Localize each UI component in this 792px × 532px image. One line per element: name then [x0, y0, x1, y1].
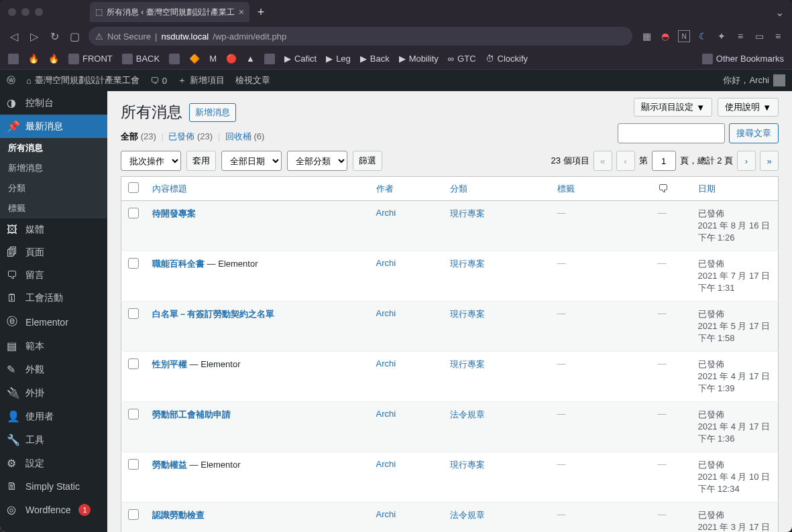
post-title-link[interactable]: 勞動權益 — Elementor	[152, 460, 240, 470]
col-author[interactable]: 作者	[370, 177, 443, 201]
bookmark-item[interactable]: ▶ Mobility	[399, 54, 439, 64]
sidebar-item-dashboard[interactable]: ◑控制台	[0, 91, 107, 115]
bookmark-item[interactable]: ▶ Cafict	[284, 54, 317, 64]
bookmark-item[interactable]	[264, 54, 275, 64]
row-checkbox[interactable]	[128, 409, 139, 419]
bookmark-item[interactable]: ▶ Leg	[326, 54, 351, 64]
filter-all[interactable]: 全部	[121, 131, 138, 141]
close-window-icon[interactable]	[8, 8, 16, 16]
new-content[interactable]: ＋ 新增項目	[178, 74, 225, 86]
back-icon[interactable]: ◁	[8, 30, 20, 43]
row-checkbox[interactable]	[128, 509, 139, 520]
sidebar-item-events[interactable]: 🗓工會活動	[0, 287, 107, 310]
restore-icon[interactable]: ▭	[753, 30, 765, 42]
sidebar-item-users[interactable]: 👤使用者	[0, 405, 107, 428]
bookmark-item[interactable]: ∞ GTC	[448, 54, 476, 64]
post-title-link[interactable]: 待開發專案	[152, 208, 196, 218]
sidebar-sub-new[interactable]: 新增消息	[0, 158, 107, 178]
shield-icon[interactable]: ◓	[659, 30, 671, 42]
sidebar-sub-tags[interactable]: 標籤	[0, 198, 107, 218]
bulk-actions-select[interactable]: 批次操作	[121, 151, 181, 171]
menu-icon[interactable]: ≡	[772, 30, 784, 42]
row-checkbox[interactable]	[128, 358, 139, 369]
filter-published[interactable]: 已發佈	[168, 131, 194, 141]
apply-button[interactable]: 套用	[186, 151, 216, 171]
zoom-window-icon[interactable]	[35, 8, 43, 16]
post-title-link[interactable]: 性別平權 — Elementor	[152, 359, 240, 369]
sidebar-item-posts[interactable]: 📌最新消息	[0, 115, 107, 138]
date-filter-select[interactable]: 全部日期	[221, 151, 282, 171]
qr-icon[interactable]: ▦	[640, 30, 653, 42]
tabs-overflow-icon[interactable]: ⌄	[775, 6, 784, 19]
sidebar-item-appearance[interactable]: ✎外觀	[0, 358, 107, 381]
add-new-button[interactable]: 新增消息	[189, 103, 236, 122]
comments-count[interactable]: 🗨 0	[150, 76, 167, 86]
category-link[interactable]: 法令規章	[450, 409, 485, 419]
sidebar-item-plugins[interactable]: 🔌外掛	[0, 381, 107, 405]
col-comments[interactable]: 🗨	[651, 177, 691, 201]
bookmark-item[interactable]	[8, 54, 19, 64]
bookmark-item[interactable]: ⏱ Clockify	[486, 54, 528, 64]
view-post[interactable]: 檢視文章	[235, 74, 270, 86]
bookmark-item[interactable]: 🔥	[48, 54, 59, 64]
row-checkbox[interactable]	[128, 258, 139, 269]
post-title-link[interactable]: 白名單－有簽訂勞動契約之名單	[152, 309, 274, 319]
author-link[interactable]: Archi	[376, 459, 396, 469]
site-name[interactable]: ⌂ 臺灣空間規劃設計產業工會	[26, 74, 139, 86]
extensions-icon[interactable]: ✦	[716, 30, 728, 42]
category-filter-select[interactable]: 全部分類	[287, 151, 347, 171]
howdy[interactable]: 你好，Archi	[723, 74, 785, 86]
bookmark-item[interactable]: 🔥	[28, 54, 39, 64]
bookmark-item[interactable]: BACK	[122, 54, 160, 64]
row-checkbox[interactable]	[128, 459, 139, 470]
col-categories[interactable]: 分類	[443, 177, 551, 201]
reload-icon[interactable]: ↻	[48, 30, 60, 43]
page-number-input[interactable]	[652, 151, 676, 171]
sidebar-item-templates[interactable]: ▤範本	[0, 334, 107, 358]
author-link[interactable]: Archi	[376, 208, 396, 218]
moon-icon[interactable]: ☾	[697, 30, 709, 42]
category-link[interactable]: 現行專案	[450, 259, 485, 269]
bookmark-item[interactable]	[169, 54, 180, 64]
row-checkbox[interactable]	[128, 208, 139, 218]
filter-trash[interactable]: 回收桶	[225, 131, 251, 141]
bookmark-item[interactable]: 🔴	[226, 54, 237, 64]
sidebar-item-comments[interactable]: 🗨留言	[0, 264, 107, 287]
select-all-checkbox[interactable]	[128, 182, 139, 193]
author-link[interactable]: Archi	[376, 308, 396, 318]
sidebar-sub-cats[interactable]: 分類	[0, 178, 107, 198]
sidebar-item-simply-static[interactable]: 🗎Simply Static	[0, 475, 107, 498]
col-tags[interactable]: 標籤	[551, 177, 651, 201]
sidebar-item-elementor[interactable]: ⓔElementor	[0, 310, 107, 334]
category-link[interactable]: 現行專案	[450, 359, 485, 369]
minimize-window-icon[interactable]	[21, 8, 30, 16]
sidebar-item-tools[interactable]: 🔧工具	[0, 428, 107, 452]
sidebar-item-media[interactable]: 🖾媒體	[0, 218, 107, 241]
wp-logo-icon[interactable]: ⓦ	[7, 74, 15, 86]
browser-tab[interactable]: ⬚ 所有消息 ‹ 臺灣空間規劃設計產業工 ×	[90, 2, 249, 22]
bookmark-item[interactable]: 🔶	[189, 54, 200, 64]
close-tab-icon[interactable]: ×	[239, 7, 244, 17]
row-checkbox[interactable]	[128, 308, 139, 319]
bookmark-item[interactable]: ▶ Back	[360, 54, 390, 64]
filter-button[interactable]: 篩選	[353, 151, 382, 171]
category-link[interactable]: 現行專案	[450, 208, 485, 218]
search-input[interactable]	[618, 123, 725, 143]
search-button[interactable]: 搜尋文章	[729, 123, 779, 143]
bookmark-item[interactable]: ▲	[246, 54, 255, 64]
post-title-link[interactable]: 認識勞動檢查	[152, 510, 205, 520]
sidebar-item-wordfence[interactable]: ◎Wordfence1	[0, 498, 107, 521]
sidebar-sub-all[interactable]: 所有消息	[0, 138, 107, 158]
url-bar[interactable]: ⚠ Not Secure | nsdutw.local/wp-admin/edi…	[89, 27, 632, 46]
next-page-icon[interactable]: ›	[737, 151, 756, 171]
forward-icon[interactable]: ▷	[28, 30, 40, 43]
post-title-link[interactable]: 職能百科全書 — Elementor	[152, 259, 258, 269]
sidebar-item-pages[interactable]: 🗐頁面	[0, 241, 107, 264]
notion-icon[interactable]: N	[678, 30, 690, 42]
screen-options-button[interactable]: 顯示項目設定 ▼	[634, 98, 712, 117]
help-button[interactable]: 使用說明 ▼	[718, 98, 779, 117]
other-bookmarks[interactable]: Other Bookmarks	[702, 54, 784, 64]
sidebar-item-settings[interactable]: ⚙設定	[0, 452, 107, 475]
category-link[interactable]: 現行專案	[450, 460, 485, 470]
author-link[interactable]: Archi	[376, 258, 396, 268]
